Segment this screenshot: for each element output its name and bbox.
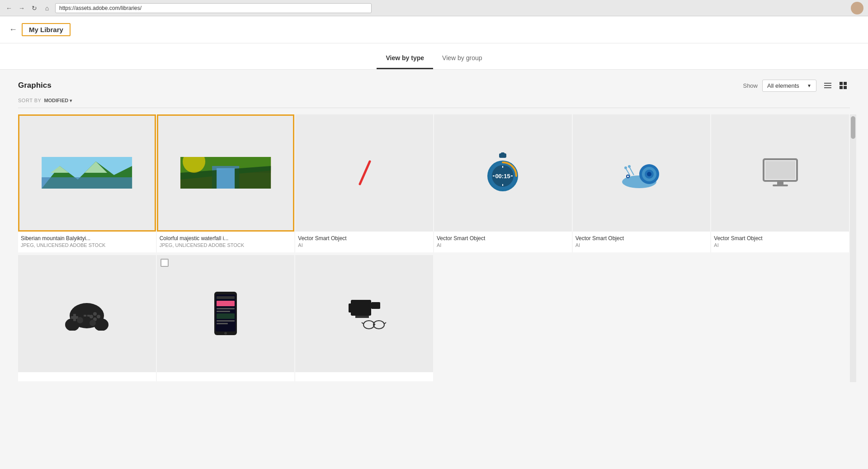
- svg-rect-71: [355, 316, 369, 318]
- grid-item-phone[interactable]: [157, 255, 295, 381]
- svg-rect-2: [824, 87, 831, 88]
- grid-item-drawing[interactable]: [295, 255, 433, 381]
- grid-item-mountain[interactable]: Siberian mountain Balyiktyi... JPEG, UNL…: [18, 114, 156, 252]
- svg-point-72: [363, 321, 374, 329]
- item-meta: AI: [576, 242, 708, 248]
- grid-item-info: [295, 372, 433, 381]
- svg-point-38: [628, 165, 631, 168]
- svg-rect-69: [349, 303, 353, 313]
- mountain-image: [25, 157, 149, 189]
- svg-rect-43: [777, 181, 783, 185]
- snail-image: [621, 157, 662, 189]
- svg-rect-65: [217, 320, 235, 322]
- tab-view-by-type[interactable]: View by type: [377, 51, 433, 69]
- home-button[interactable]: ⌂: [42, 4, 52, 13]
- svg-rect-0: [824, 83, 831, 84]
- item-meta: JPEG, UNLICENSED ADOBE STOCK: [160, 242, 292, 248]
- list-view-button[interactable]: [821, 79, 835, 92]
- monitor-image: [760, 157, 801, 189]
- gamepad-image: [64, 297, 109, 331]
- grid-item-info: Siberian mountain Balyiktyi... JPEG, UNL…: [18, 232, 156, 252]
- svg-line-19: [360, 161, 370, 184]
- sort-value[interactable]: MODIFIED ▾: [44, 98, 72, 103]
- svg-rect-3: [840, 82, 843, 85]
- item-checkbox[interactable]: [160, 259, 169, 267]
- svg-rect-57: [87, 315, 90, 317]
- sort-label: SORT BY: [18, 98, 41, 103]
- section-controls: Show All elements ▼: [743, 79, 850, 92]
- grid-row-1: Siberian mountain Balyiktyi... JPEG, UNL…: [18, 114, 850, 253]
- svg-rect-49: [71, 316, 78, 319]
- user-avatar: [851, 2, 863, 14]
- back-button[interactable]: ←: [5, 4, 14, 13]
- sort-bar: SORT BY MODIFIED ▾: [18, 98, 850, 108]
- svg-rect-17: [217, 168, 235, 189]
- tab-view-by-group[interactable]: View by group: [433, 51, 491, 69]
- scrollbar-thumb[interactable]: [851, 116, 855, 139]
- slash-image: [351, 159, 378, 186]
- show-dropdown[interactable]: All elements ▼: [762, 80, 816, 92]
- grid-view-button[interactable]: [836, 79, 850, 92]
- svg-text:00:15: 00:15: [495, 173, 510, 180]
- view-tabs: View by type View by group: [0, 43, 868, 70]
- grid-icon: [839, 81, 848, 90]
- svg-point-55: [90, 320, 96, 326]
- browser-chrome: ← → ↻ ⌂: [0, 0, 868, 16]
- waterfall-image: [164, 157, 288, 189]
- stopwatch-image: 00:15: [485, 152, 521, 193]
- svg-point-52: [90, 315, 93, 318]
- show-label: Show: [743, 82, 758, 89]
- view-icons: [821, 79, 850, 92]
- main-content: Graphics Show All elements ▼: [0, 70, 868, 469]
- forward-button[interactable]: →: [17, 4, 26, 13]
- header-back-arrow[interactable]: ←: [9, 25, 17, 34]
- grid-item-info: Vector Smart Object AI: [434, 232, 572, 252]
- grid-item-thumbnail: [157, 255, 295, 372]
- grid-item-thumbnail: [18, 114, 156, 232]
- svg-line-76: [384, 322, 386, 324]
- item-meta: AI: [714, 242, 846, 248]
- item-meta: AI: [298, 242, 430, 248]
- grid-item-thumbnail: [295, 114, 433, 232]
- grid-item-info: Vector Smart Object AI: [295, 232, 433, 252]
- grid-item-info: Colorful majestic waterfall i... JPEG, U…: [157, 232, 295, 252]
- grid-item-slash[interactable]: Vector Smart Object AI: [295, 114, 433, 252]
- svg-rect-59: [216, 294, 236, 332]
- svg-rect-56: [84, 315, 86, 317]
- svg-rect-68: [351, 300, 371, 316]
- section-header: Graphics Show All elements ▼: [18, 79, 850, 92]
- grid-item-snail[interactable]: Vector Smart Object AI: [573, 114, 711, 252]
- scrollbar[interactable]: [850, 114, 856, 382]
- grid-item-waterfall[interactable]: Colorful majestic waterfall i... JPEG, U…: [157, 114, 295, 252]
- chevron-down-icon: ▼: [807, 83, 811, 88]
- svg-rect-60: [217, 296, 235, 299]
- refresh-button[interactable]: ↻: [30, 4, 39, 13]
- empty-cells: [434, 255, 850, 382]
- grid-item-monitor[interactable]: Vector Smart Object AI: [711, 114, 849, 252]
- svg-point-54: [77, 317, 83, 323]
- grid-item-thumbnail: [295, 255, 433, 372]
- grid-item-stopwatch[interactable]: 00:15 Vector Smart Object AI: [434, 114, 572, 252]
- grid-item-thumbnail: [573, 114, 711, 232]
- svg-point-36: [624, 166, 627, 169]
- svg-rect-64: [217, 313, 235, 319]
- grid-item-info: [157, 372, 295, 381]
- item-meta: AI: [437, 242, 569, 248]
- address-bar[interactable]: [55, 3, 372, 13]
- svg-point-67: [224, 332, 227, 335]
- svg-rect-9: [42, 177, 132, 189]
- svg-rect-4: [844, 82, 847, 85]
- svg-line-75: [362, 322, 363, 324]
- item-name: Vector Smart Object: [437, 235, 569, 242]
- svg-rect-66: [217, 323, 228, 324]
- svg-point-50: [93, 312, 97, 316]
- my-library-button[interactable]: My Library: [22, 23, 71, 36]
- item-name: Vector Smart Object: [714, 235, 846, 242]
- grid-item-gamepad[interactable]: [18, 255, 156, 381]
- grid-item-info: Vector Smart Object AI: [711, 232, 849, 252]
- svg-rect-70: [371, 302, 380, 309]
- grid-item-thumbnail: [711, 114, 849, 232]
- svg-rect-61: [217, 301, 235, 306]
- svg-rect-42: [765, 161, 795, 179]
- svg-rect-21: [501, 152, 505, 155]
